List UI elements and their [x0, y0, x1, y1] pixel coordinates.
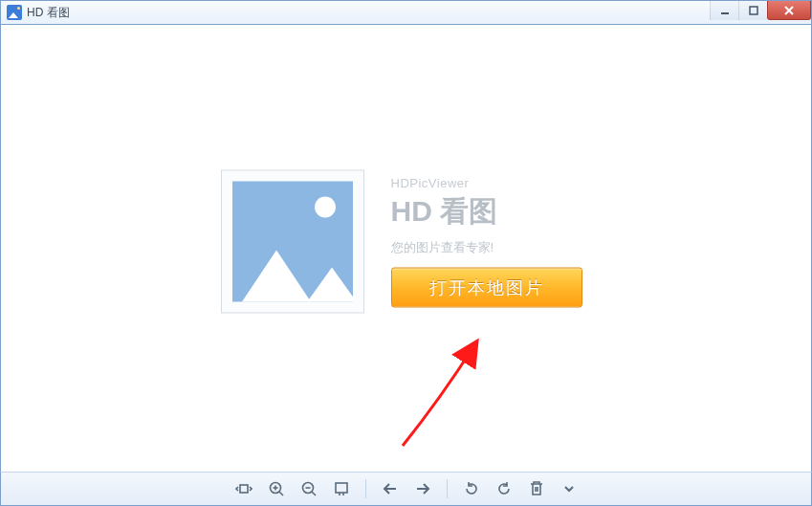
brand-chinese: HD 看图 — [391, 191, 592, 231]
bottom-toolbar — [0, 472, 812, 506]
maximize-icon — [748, 5, 759, 16]
zoom-in-button[interactable] — [262, 476, 291, 501]
welcome-text: HDPicViewer HD 看图 您的图片查看专家! 打开本地图片 — [391, 175, 592, 307]
rotate-ccw-button[interactable] — [457, 476, 486, 501]
zoom-in-icon — [268, 480, 285, 497]
fit-screen-button[interactable] — [230, 476, 258, 501]
welcome-panel: HDPicViewer HD 看图 您的图片查看专家! 打开本地图片 — [221, 169, 592, 313]
rotate-cw-button[interactable] — [490, 476, 518, 501]
actual-size-icon — [333, 481, 350, 496]
brand-english: HDPicViewer — [391, 175, 592, 189]
annotation-arrow — [384, 321, 517, 455]
open-local-image-button[interactable]: 打开本地图片 — [391, 267, 582, 307]
svg-line-10 — [312, 492, 316, 495]
minimize-button[interactable] — [710, 1, 738, 20]
title-bar: HD 看图 — [0, 0, 812, 25]
toolbar-separator — [447, 479, 448, 498]
more-button[interactable] — [555, 476, 583, 501]
window-title: HD 看图 — [27, 5, 70, 21]
maximize-button[interactable] — [738, 1, 767, 20]
prev-button[interactable] — [376, 476, 405, 501]
trash-icon — [529, 480, 544, 497]
svg-rect-12 — [336, 483, 347, 493]
svg-rect-4 — [240, 485, 248, 493]
svg-line-6 — [279, 492, 283, 495]
arrow-right-icon — [414, 481, 431, 496]
slogan-text: 您的图片查看专家! — [391, 238, 592, 255]
close-button[interactable] — [767, 1, 811, 20]
minimize-icon — [719, 5, 731, 16]
picture-icon — [232, 181, 353, 301]
app-icon — [7, 5, 22, 20]
rotate-cw-icon — [495, 480, 513, 497]
chevron-down-icon — [562, 482, 576, 495]
image-placeholder — [221, 169, 364, 313]
actual-size-button[interactable] — [327, 476, 356, 501]
next-button[interactable] — [408, 476, 437, 501]
delete-button[interactable] — [522, 476, 551, 501]
zoom-out-icon — [300, 480, 318, 497]
content-area: HDPicViewer HD 看图 您的图片查看专家! 打开本地图片 — [0, 25, 812, 472]
rotate-ccw-icon — [463, 480, 480, 497]
arrow-left-icon — [382, 481, 399, 496]
fit-screen-icon — [235, 481, 252, 496]
close-icon — [782, 5, 796, 16]
toolbar-separator — [365, 479, 366, 498]
zoom-out-button[interactable] — [295, 476, 323, 501]
window-controls — [710, 1, 811, 20]
svg-rect-1 — [750, 7, 757, 14]
